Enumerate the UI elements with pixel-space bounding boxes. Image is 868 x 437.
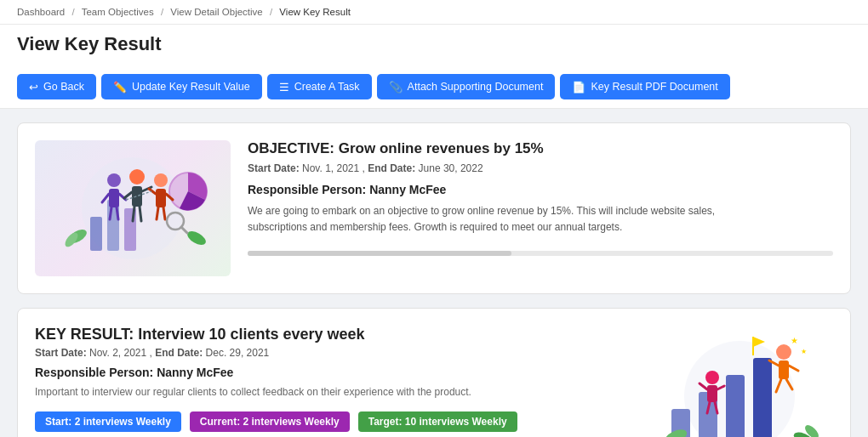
go-back-button[interactable]: ↩ Go Back [17,74,96,99]
svg-rect-32 [726,375,745,438]
update-key-result-button[interactable]: ✏️ Update Key Result Value [101,74,262,99]
objective-illustration [35,140,231,276]
toolbar: ↩ Go Back ✏️ Update Key Result Value ☰ C… [17,74,730,108]
go-back-icon: ↩ [29,82,38,93]
breadcrumb: Dashboard / Team Objectives / View Detai… [0,0,868,25]
pdf-document-button[interactable]: 📄 Key Result PDF Document [560,74,729,99]
svg-rect-33 [753,358,772,438]
svg-line-16 [140,207,141,221]
svg-line-9 [110,207,111,219]
keyresult-responsible: Responsible Person: Nanny McFee [35,366,629,379]
tag-target: Target: 10 interviews Weekly [358,411,517,432]
attach-document-button[interactable]: 📎 Attach Supporting Document [377,74,556,99]
go-back-label: Go Back [43,81,84,93]
create-task-label: Create A Task [294,81,360,93]
svg-line-22 [163,207,165,219]
main-content: OBJECTIVE: Grow online revenues by 15% S… [0,109,868,437]
objective-title: OBJECTIVE: Grow online revenues by 15% [248,140,833,157]
svg-rect-12 [132,186,142,207]
keyresult-description: Important to interview our regular clien… [35,384,629,400]
svg-point-34 [776,344,791,360]
svg-point-40 [705,371,719,384]
svg-line-27 [181,227,187,233]
objective-scrollbar[interactable] [248,251,833,256]
list-icon: ☰ [279,82,289,93]
breadcrumb-team-objectives[interactable]: Team Objectives [82,7,154,17]
objective-responsible: Responsible Person: Nanny McFee [248,183,833,196]
svg-point-11 [129,169,145,184]
page-title: View Key Result [17,33,162,64]
header-section: View Key Result ↩ Go Back ✏️ Update Key … [0,25,868,109]
keyresult-card: KEY RESULT: Interview 10 clients every w… [17,308,851,437]
update-label: Update Key Result Value [132,81,250,93]
objective-dates: Start Date: Nov. 1, 2021 , End Date: Jun… [248,162,833,174]
svg-rect-35 [779,360,789,379]
objective-description: We are going to embark on an objective t… [248,203,758,236]
keyresult-illustration: ★ ★ [646,326,833,437]
edit-icon: ✏️ [113,82,127,93]
svg-point-25 [186,229,208,247]
svg-text:★: ★ [801,348,807,355]
svg-line-10 [117,207,118,219]
attach-doc-label: Attach Supporting Document [408,81,544,93]
svg-rect-18 [156,189,166,207]
tags-row: Start: 2 interviews Weekly Current: 2 in… [35,411,629,432]
svg-line-37 [789,366,798,371]
svg-line-21 [157,207,158,219]
attach-icon: 📎 [389,82,403,93]
tag-start: Start: 2 interviews Weekly [35,411,181,432]
objective-card: OBJECTIVE: Grow online revenues by 15% S… [17,122,851,294]
create-task-button[interactable]: ☰ Create A Task [267,74,372,99]
keyresult-dates: Start Date: Nov. 2, 2021 , End Date: Dec… [35,347,629,359]
svg-point-5 [107,173,121,187]
objective-content: OBJECTIVE: Grow online revenues by 15% S… [248,140,833,256]
svg-text:★: ★ [791,336,798,345]
svg-rect-6 [109,189,119,207]
pdf-label: Key Result PDF Document [591,81,717,93]
keyresult-title: KEY RESULT: Interview 10 clients every w… [35,326,629,343]
svg-line-15 [133,207,134,221]
breadcrumb-view-detail[interactable]: View Detail Objective [170,7,262,17]
breadcrumb-dashboard[interactable]: Dashboard [17,7,65,17]
svg-rect-1 [90,217,102,251]
breadcrumb-current: View Key Result [279,7,351,17]
tag-current: Current: 2 interviews Weekly [190,411,350,432]
svg-point-17 [154,173,168,187]
pdf-icon: 📄 [572,82,585,93]
svg-rect-41 [707,385,717,402]
keyresult-content: KEY RESULT: Interview 10 clients every w… [35,326,629,437]
